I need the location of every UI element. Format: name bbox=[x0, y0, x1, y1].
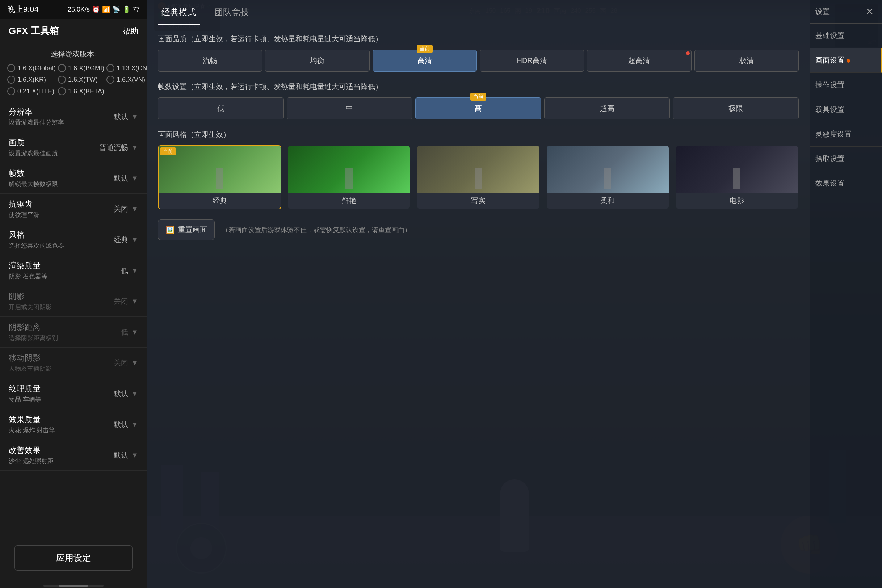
version-option-v2[interactable]: 1.6.X(BGMI) bbox=[58, 64, 104, 72]
radio-v3[interactable] bbox=[106, 64, 114, 72]
style-card-3[interactable]: 柔和 bbox=[546, 145, 669, 209]
style-options: 当前 经典 鲜艳 写实 柔和 电影 bbox=[158, 145, 799, 209]
style-section: 画面风格（立即生效） 当前 经典 鲜艳 写实 柔和 bbox=[158, 130, 799, 209]
apply-button[interactable]: 应用设定 bbox=[15, 545, 132, 571]
quality-option-3[interactable]: HDR高清 bbox=[480, 50, 584, 72]
settings-tab-0[interactable]: 经典模式 bbox=[158, 6, 200, 25]
style-title: 画面风格（立即生效） bbox=[158, 130, 799, 140]
version-label-v7: 0.21.X(LITE) bbox=[17, 88, 54, 95]
version-grid: 1.6.X(Global)1.6.X(BGMI)1.13.X(CN)1.6.X(… bbox=[7, 64, 140, 95]
radio-v8[interactable] bbox=[58, 87, 66, 95]
nav-dot-1 bbox=[846, 59, 850, 63]
setting-value-11: 默认 bbox=[114, 450, 128, 460]
setting-right-7: 低 ▼ bbox=[121, 327, 138, 337]
quality-option-5[interactable]: 极清 bbox=[694, 50, 799, 72]
setting-item-0[interactable]: 分辨率 设置游戏最佳分辨率 默认 ▼ bbox=[0, 101, 147, 132]
style-card-2[interactable]: 写实 bbox=[416, 145, 540, 209]
radio-v5[interactable] bbox=[58, 76, 66, 84]
setting-item-2[interactable]: 帧数 解锁最大帧数极限 默认 ▼ bbox=[0, 163, 147, 194]
setting-item-7[interactable]: 阴影距离 选择阴影距离极别 低 ▼ bbox=[0, 317, 147, 348]
chevron-icon-3: ▼ bbox=[131, 205, 138, 213]
setting-item-11[interactable]: 改善效果 沙尘 远处照射距 默认 ▼ bbox=[0, 440, 147, 471]
right-nav-item-2[interactable]: 操作设置 bbox=[810, 73, 882, 98]
setting-value-1: 普通流畅 bbox=[99, 142, 128, 152]
scroll-thumb bbox=[59, 585, 88, 586]
style-img-3 bbox=[547, 146, 669, 193]
setting-value-10: 默认 bbox=[114, 420, 128, 429]
version-option-v3[interactable]: 1.13.X(CN) bbox=[106, 64, 149, 72]
setting-item-1[interactable]: 画质 设置游戏最佳画质 普通流畅 ▼ bbox=[0, 132, 147, 163]
quality-option-4[interactable]: 超高清 bbox=[587, 50, 691, 72]
version-section: 选择游戏版本: 1.6.X(Global)1.6.X(BGMI)1.13.X(C… bbox=[0, 44, 147, 101]
setting-desc-6: 开启或关闭阴影 bbox=[9, 303, 52, 311]
style-card-1[interactable]: 鲜艳 bbox=[287, 145, 411, 209]
style-card-0[interactable]: 当前 经典 bbox=[158, 145, 281, 209]
radio-v2[interactable] bbox=[58, 64, 66, 72]
toolbar: GFX 工具箱 帮助 bbox=[0, 19, 147, 44]
quality-option-1[interactable]: 均衡 bbox=[265, 50, 369, 72]
clock-icon: ⏰ bbox=[92, 5, 100, 14]
setting-left-4: 风格 选择您喜欢的滤色器 bbox=[9, 230, 64, 250]
fps-option-2[interactable]: 当前高 bbox=[415, 98, 541, 120]
reset-section: 🖼️ 重置画面 （若画面设置后游戏体验不佳，或需恢复默认设置，请重置画面） bbox=[158, 219, 799, 240]
version-option-v1[interactable]: 1.6.X(Global) bbox=[7, 64, 56, 72]
style-label-2: 写实 bbox=[417, 193, 539, 208]
right-nav-item-0[interactable]: 基础设置 bbox=[810, 24, 882, 48]
fps-option-1[interactable]: 中 bbox=[287, 98, 413, 120]
help-button[interactable]: 帮助 bbox=[122, 26, 138, 37]
speed-indicator: 25.0K/s bbox=[68, 6, 90, 14]
setting-item-6[interactable]: 阴影 开启或关闭阴影 关闭 ▼ bbox=[0, 286, 147, 317]
app-title: GFX 工具箱 bbox=[9, 25, 59, 37]
version-option-v6[interactable]: 1.6.X(VN) bbox=[106, 76, 149, 84]
fps-option-4[interactable]: 极限 bbox=[673, 98, 799, 120]
reset-button[interactable]: 🖼️ 重置画面 bbox=[158, 219, 215, 240]
right-nav-item-6[interactable]: 效果设置 bbox=[810, 171, 882, 196]
version-option-v4[interactable]: 1.6.X(KR) bbox=[7, 76, 56, 84]
chevron-icon-1: ▼ bbox=[131, 143, 138, 152]
quality-option-2[interactable]: 当前高清 bbox=[373, 50, 477, 72]
scroll-indicator bbox=[44, 585, 104, 586]
chevron-icon-8: ▼ bbox=[131, 359, 138, 367]
version-option-v8[interactable]: 1.6.X(BETA) bbox=[58, 87, 104, 95]
fps-option-3[interactable]: 超高 bbox=[544, 98, 670, 120]
right-nav-item-4[interactable]: 灵敏度设置 bbox=[810, 122, 882, 147]
setting-value-3: 关闭 bbox=[114, 204, 128, 214]
image-quality-section: 画面品质（立即生效，若运行卡顿、发热量和耗电量过大可适当降低） 流畅均衡当前高清… bbox=[158, 34, 799, 72]
setting-name-4: 风格 bbox=[9, 230, 64, 240]
version-label-v8: 1.6.X(BETA) bbox=[68, 88, 104, 95]
fps-option-0[interactable]: 低 bbox=[158, 98, 284, 120]
quality-option-0[interactable]: 流畅 bbox=[158, 50, 262, 72]
style-img-4 bbox=[676, 146, 798, 193]
setting-item-8[interactable]: 移动阴影 人物及车辆阴影 关闭 ▼ bbox=[0, 348, 147, 378]
right-nav-item-3[interactable]: 载具设置 bbox=[810, 98, 882, 122]
radio-v6[interactable] bbox=[106, 76, 114, 84]
version-option-v5[interactable]: 1.6.X(TW) bbox=[58, 76, 104, 84]
right-nav-item-1[interactable]: 画面设置 bbox=[810, 48, 882, 73]
quality-options: 流畅均衡当前高清HDR高清超高清极清 bbox=[158, 50, 799, 72]
radio-v7[interactable] bbox=[7, 87, 15, 95]
radio-v4[interactable] bbox=[7, 76, 15, 84]
style-label-3: 柔和 bbox=[547, 193, 669, 208]
setting-item-4[interactable]: 风格 选择您喜欢的滤色器 经典 ▼ bbox=[0, 225, 147, 255]
setting-desc-2: 解锁最大帧数极限 bbox=[9, 180, 58, 188]
chevron-icon-11: ▼ bbox=[131, 451, 138, 459]
battery-icon: 🔋 bbox=[122, 5, 130, 14]
setting-item-10[interactable]: 效果质量 火花 爆炸 射击等 默认 ▼ bbox=[0, 409, 147, 440]
setting-item-5[interactable]: 渲染质量 阴影 着色器等 低 ▼ bbox=[0, 255, 147, 286]
setting-right-0: 默认 ▼ bbox=[114, 112, 138, 122]
version-option-v7[interactable]: 0.21.X(LITE) bbox=[7, 87, 56, 95]
settings-list[interactable]: 分辨率 设置游戏最佳分辨率 默认 ▼ 画质 设置游戏最佳画质 普通流畅 ▼ 帧数… bbox=[0, 101, 147, 537]
style-img-1 bbox=[288, 146, 410, 193]
chevron-icon-7: ▼ bbox=[131, 328, 138, 336]
setting-item-3[interactable]: 抗锯齿 使纹理平滑 关闭 ▼ bbox=[0, 194, 147, 225]
style-label-1: 鲜艳 bbox=[288, 193, 410, 208]
settings-tab-1[interactable]: 团队竞技 bbox=[211, 6, 253, 25]
style-img-2 bbox=[417, 146, 539, 193]
setting-item-9[interactable]: 纹理质量 物品 车辆等 默认 ▼ bbox=[0, 378, 147, 409]
setting-desc-7: 选择阴影距离极别 bbox=[9, 334, 58, 342]
close-button[interactable]: ✕ bbox=[863, 5, 876, 18]
right-nav-item-5[interactable]: 拾取设置 bbox=[810, 147, 882, 171]
style-card-4[interactable]: 电影 bbox=[675, 145, 799, 209]
setting-right-5: 低 ▼ bbox=[121, 266, 138, 276]
radio-v1[interactable] bbox=[7, 64, 15, 72]
